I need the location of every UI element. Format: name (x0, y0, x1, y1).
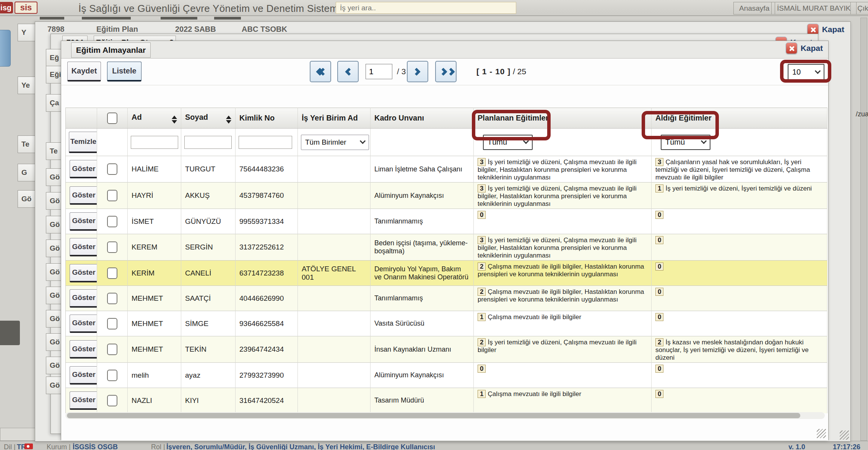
cell-kadro: Tanımlanmamış (371, 209, 474, 234)
show-button[interactable]: Göster (70, 238, 97, 256)
cell-soyad: AKKUŞ (181, 183, 236, 209)
cell-aldigi: 0 (652, 286, 827, 311)
table-row: GösterMEHMETSAATÇİ40446626990Tanımlanmam… (66, 286, 827, 311)
show-button[interactable]: Göster (70, 289, 97, 308)
background-fragment (0, 428, 35, 441)
egitim-count-badge: 1 (655, 184, 663, 192)
background-side-tab (0, 30, 11, 67)
filter-birim-select[interactable]: Tüm Birimler (301, 135, 369, 150)
table-row: GösterMEHMETTEKİN23964742434İnsan Kaynak… (66, 336, 827, 363)
row-checkbox[interactable] (107, 293, 117, 304)
header-planlanan: Planlanan Eğitimler (474, 108, 652, 129)
sort-icon[interactable] (226, 116, 231, 124)
header-ad: Ad (128, 108, 181, 129)
row-checkbox[interactable] (107, 370, 117, 381)
cell-kadro: Liman İşletme Saha Çalışanı (371, 156, 474, 183)
egitim-count-badge: 0 (655, 288, 663, 296)
resize-handle-icon[interactable] (817, 429, 826, 438)
first-page-button[interactable] (310, 61, 331, 82)
prev-page-button[interactable] (337, 61, 359, 82)
cell-ad: MEHMET (128, 336, 181, 363)
cell-aldigi: 0 (652, 363, 827, 388)
show-button[interactable]: Göster (70, 366, 97, 385)
cell-kimlik: 31372252612 (236, 234, 298, 261)
scrollbar-thumb[interactable] (67, 413, 800, 418)
cell-planlanan: 3İş yeri temizliği ve düzeni, Çalışma me… (474, 156, 652, 183)
show-button[interactable]: Göster (70, 212, 97, 231)
egitim-count-badge: 1 (478, 390, 486, 398)
table-row: GösterHAYRİAKKUŞ45379874760Alüminyum Kay… (66, 183, 827, 209)
table-row: GösterİSMETGÜNYÜZÜ99559371334Tanımlanmam… (66, 209, 827, 234)
header-aldigi: Aldığı Eğitimler (652, 108, 827, 129)
cell-birim (298, 363, 371, 388)
row-checkbox[interactable] (107, 241, 117, 253)
table-row: GösterKERİMCANELİ63714723238ATÖLYE GENEL… (66, 261, 827, 286)
select-all-checkbox[interactable] (107, 112, 117, 124)
rol-label: Rol | (151, 443, 165, 450)
show-button[interactable]: Göster (70, 391, 97, 410)
sort-icon[interactable] (172, 116, 177, 124)
header-soyad: Soyad (181, 108, 236, 129)
show-button[interactable]: Göster (70, 160, 97, 178)
next-page-button[interactable] (407, 61, 428, 82)
row-checkbox[interactable] (107, 190, 117, 201)
logout-button[interactable]: Çıkış (850, 2, 868, 15)
cell-planlanan: 2Çalışma mevzuatı ile ilgili bilgiler, H… (474, 286, 652, 311)
table-row: GösterNAZLIKIYI31647420524Tasarım Müdürü… (66, 388, 827, 413)
page-vertical-scrollbar[interactable] (860, 18, 867, 441)
cell-soyad: TURGUT (181, 156, 236, 183)
user-button[interactable]: İSMAİL MURAT BAYIK (771, 2, 857, 15)
background-fragment (82, 17, 131, 20)
cell-kimlik: 45379874760 (236, 183, 298, 209)
show-button[interactable]: Göster (70, 315, 97, 333)
table-header-row: Ad Soyad Kimlik No İş Yeri Birim Ad Kadr… (66, 108, 827, 129)
close-button[interactable]: Kapat (786, 42, 823, 54)
home-button[interactable]: Anasayfa (733, 2, 775, 15)
background-fragment (214, 17, 241, 20)
flag-icon (24, 443, 33, 449)
filter-soyad-input[interactable] (184, 136, 232, 149)
chevron-down-icon (523, 138, 529, 144)
show-button[interactable]: Göster (70, 264, 97, 282)
row-checkbox[interactable] (107, 344, 117, 355)
filter-ad-input[interactable] (131, 136, 178, 149)
row-checkbox[interactable] (107, 267, 117, 279)
search-input[interactable] (336, 2, 516, 14)
row-checkbox[interactable] (107, 318, 117, 329)
cell-kadro: Vasıta Sürücüsü (371, 311, 474, 336)
header-kimlik: Kimlik No (236, 108, 298, 129)
modal-egitim-almayanlar: Eğitim Almayanlar Kapat Kaydet Listele /… (61, 41, 829, 440)
kurum-value[interactable]: İSGSİS OSGB (73, 443, 118, 450)
cell-kadro: Beden işçisi (taşıma, yükleme-boşaltma) (371, 234, 474, 261)
egitim-count-badge: 2 (478, 262, 486, 271)
filter-planlanan-select[interactable]: Tümü (483, 135, 533, 150)
save-button[interactable]: Kaydet (67, 62, 101, 82)
row-checkbox[interactable] (107, 216, 117, 227)
egitim-count-badge: 0 (478, 211, 486, 219)
last-page-button[interactable] (435, 61, 457, 82)
list-button[interactable]: Listele (107, 62, 141, 82)
egitim-count-badge: 3 (655, 158, 663, 166)
table-horizontal-scrollbar (65, 412, 825, 419)
cell-kadro: İnsan Kaynakları Uzmanı (371, 336, 474, 363)
row-checkbox[interactable] (107, 163, 117, 175)
show-button[interactable]: Göster (70, 340, 97, 359)
egitim-count-badge: 0 (655, 262, 663, 271)
page-size-select[interactable]: 10 (788, 64, 824, 80)
cell-ad: NAZLI (128, 388, 181, 413)
filter-aldigi-select[interactable]: Tümü (661, 135, 710, 150)
egitim-count-badge: 0 (655, 390, 663, 398)
egitim-count-badge: 0 (655, 236, 663, 244)
egitim-count-badge: 1 (478, 313, 486, 321)
show-button[interactable]: Göster (70, 186, 97, 205)
modal-title-tab: Eğitim Almayanlar (71, 42, 151, 58)
cell-ad: HAYRİ (128, 183, 181, 209)
resize-handle-icon[interactable] (840, 430, 849, 440)
filter-kimlik-input[interactable] (239, 136, 292, 149)
clear-filters-button[interactable]: Temizle (69, 132, 97, 153)
cell-kadro: Alüminyum Kaynakçısı (371, 363, 474, 388)
page-number-input[interactable] (366, 64, 392, 79)
row-checkbox[interactable] (107, 395, 117, 406)
egitim-count-badge: 3 (478, 184, 486, 192)
cell-aldigi: 0 (652, 261, 827, 286)
